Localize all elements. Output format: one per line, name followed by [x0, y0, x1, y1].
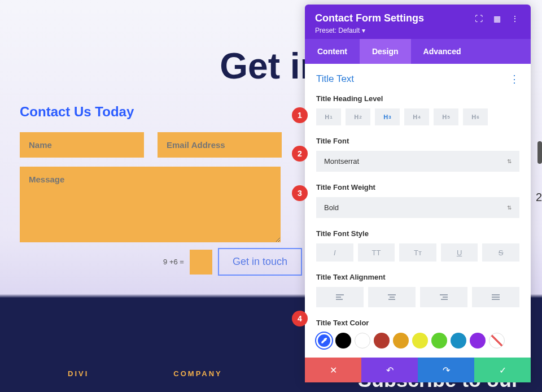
color-swatch[interactable] [470, 333, 486, 349]
grid-icon[interactable]: ▦ [491, 14, 502, 23]
style-uppercase[interactable]: TT [358, 243, 395, 262]
align-center[interactable] [368, 287, 416, 307]
save-button[interactable]: ✓ [474, 358, 531, 382]
label-text-color: Title Text Color [316, 319, 519, 327]
redo-button[interactable]: ↷ [418, 358, 474, 382]
expand-icon[interactable]: ⛶ [473, 14, 484, 23]
font-select[interactable]: Montserrat ⇅ [316, 151, 519, 172]
label-font: Title Font [316, 137, 519, 145]
section-title-text[interactable]: Title Text [316, 73, 509, 85]
label-alignment: Title Text Alignment [316, 273, 519, 281]
preset-label[interactable]: Preset: Default ▾ [315, 27, 521, 34]
weight-select[interactable]: Bold ⇅ [316, 197, 519, 218]
color-swatch[interactable] [335, 333, 351, 349]
color-swatch[interactable] [451, 333, 466, 349]
label-heading-level: Title Heading Level [316, 94, 519, 103]
page-peek-text: 2 [536, 191, 542, 204]
chevron-updown-icon: ⇅ [507, 158, 512, 164]
panel-title: Contact Form Settings [315, 12, 466, 24]
style-underline[interactable]: U [441, 243, 478, 262]
align-right[interactable] [420, 287, 467, 307]
annotation-badge-4: 4 [292, 311, 308, 326]
annotation-badge-1: 1 [292, 107, 308, 123]
weight-select-value: Bold [324, 203, 507, 212]
style-smallcaps[interactable]: Tт [399, 243, 436, 262]
redo-icon: ↷ [443, 365, 450, 376]
close-icon: ✕ [330, 365, 337, 376]
annotation-badge-2: 2 [292, 146, 308, 162]
heading-h2[interactable]: H2 [346, 108, 370, 125]
footer-col-divi: DIVI [68, 369, 89, 392]
check-icon: ✓ [499, 365, 506, 376]
scrollbar-thumb[interactable] [537, 141, 542, 164]
section-menu-icon[interactable]: ⋮ [509, 73, 519, 85]
label-font-weight: Title Font Weight [316, 183, 519, 191]
align-justify[interactable] [472, 287, 519, 307]
label-font-style: Title Font Style [316, 229, 519, 238]
email-field[interactable] [158, 132, 282, 158]
tab-design[interactable]: Design [360, 39, 411, 64]
heading-h1[interactable]: H1 [316, 108, 341, 125]
annotation-badge-3: 3 [292, 185, 308, 201]
color-swatch[interactable] [374, 333, 390, 349]
color-swatch[interactable] [412, 333, 428, 349]
align-left[interactable] [316, 287, 364, 307]
submit-button[interactable]: Get in touch [218, 248, 302, 276]
undo-button[interactable]: ↶ [361, 358, 418, 382]
heading-h3[interactable]: H3 [375, 108, 400, 125]
style-strikethrough[interactable]: S [482, 243, 519, 262]
color-swatch[interactable] [431, 333, 447, 349]
settings-panel: Contact Form Settings ⛶ ▦ ⋮ Preset: Defa… [305, 5, 531, 382]
color-swatch[interactable] [489, 333, 505, 349]
message-field[interactable] [20, 167, 281, 242]
footer-col-company: COMPANY [173, 369, 222, 392]
menu-icon[interactable]: ⋮ [509, 14, 521, 23]
eyedropper-icon [320, 337, 328, 345]
captcha-label: 9 +6 = [163, 258, 184, 266]
heading-level-group: H1H2H3H4H5H6 [316, 108, 519, 125]
color-swatch[interactable] [355, 333, 370, 349]
color-picker-button[interactable] [316, 333, 332, 349]
captcha-input[interactable] [190, 250, 212, 275]
cancel-button[interactable]: ✕ [305, 358, 361, 382]
name-field[interactable] [20, 132, 144, 158]
heading-h4[interactable]: H4 [404, 108, 429, 125]
undo-icon: ↶ [386, 365, 394, 376]
tab-advanced[interactable]: Advanced [411, 39, 474, 64]
style-italic[interactable]: I [316, 243, 353, 262]
chevron-updown-icon: ⇅ [507, 204, 512, 211]
tab-content[interactable]: Content [305, 39, 360, 64]
font-select-value: Montserrat [324, 157, 507, 165]
heading-h6[interactable]: H6 [463, 108, 488, 125]
color-swatch[interactable] [393, 333, 409, 349]
heading-h5[interactable]: H5 [434, 108, 458, 125]
